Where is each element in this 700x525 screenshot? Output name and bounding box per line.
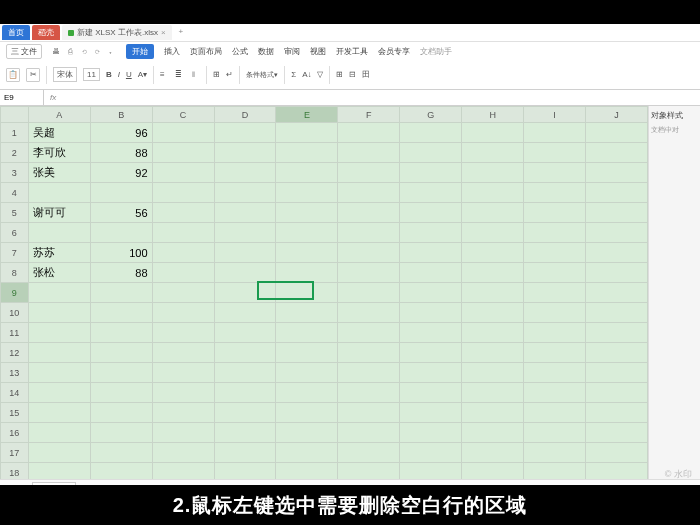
cell-A17[interactable] (28, 443, 90, 463)
cell-J11[interactable] (586, 323, 648, 343)
cell-J16[interactable] (586, 423, 648, 443)
cell-B15[interactable] (90, 403, 152, 423)
cell-B8[interactable]: 88 (90, 263, 152, 283)
cell-H9[interactable] (462, 283, 524, 303)
cell-F2[interactable] (338, 143, 400, 163)
row-header-15[interactable]: 15 (1, 403, 29, 423)
cell-I16[interactable] (524, 423, 586, 443)
cell-B1[interactable]: 96 (90, 123, 152, 143)
cell-A3[interactable]: 张美 (28, 163, 90, 183)
cell-E17[interactable] (276, 443, 338, 463)
row-header-10[interactable]: 10 (1, 303, 29, 323)
col-header-D[interactable]: D (214, 107, 276, 123)
cell-F1[interactable] (338, 123, 400, 143)
cell-E5[interactable] (276, 203, 338, 223)
row-header-11[interactable]: 11 (1, 323, 29, 343)
cell-C8[interactable] (152, 263, 214, 283)
cell-I6[interactable] (524, 223, 586, 243)
cell-H7[interactable] (462, 243, 524, 263)
cell-C4[interactable] (152, 183, 214, 203)
row-header-1[interactable]: 1 (1, 123, 29, 143)
cell-D3[interactable] (214, 163, 276, 183)
cell-I14[interactable] (524, 383, 586, 403)
col-header-B[interactable]: B (90, 107, 152, 123)
cell-H15[interactable] (462, 403, 524, 423)
cell-J5[interactable] (586, 203, 648, 223)
cell-A11[interactable] (28, 323, 90, 343)
menu-layout[interactable]: 页面布局 (190, 46, 222, 57)
cell-D11[interactable] (214, 323, 276, 343)
cell-A7[interactable]: 苏苏 (28, 243, 90, 263)
cell-A4[interactable] (28, 183, 90, 203)
cell-J7[interactable] (586, 243, 648, 263)
cell-G12[interactable] (400, 343, 462, 363)
cell-J4[interactable] (586, 183, 648, 203)
cell-J1[interactable] (586, 123, 648, 143)
cell-G13[interactable] (400, 363, 462, 383)
cell-J14[interactable] (586, 383, 648, 403)
cell-J12[interactable] (586, 343, 648, 363)
cell-A15[interactable] (28, 403, 90, 423)
cell-F11[interactable] (338, 323, 400, 343)
cell-G3[interactable] (400, 163, 462, 183)
cell-B12[interactable] (90, 343, 152, 363)
cell-C18[interactable] (152, 463, 214, 480)
cell-I10[interactable] (524, 303, 586, 323)
cell-I5[interactable] (524, 203, 586, 223)
cell-F7[interactable] (338, 243, 400, 263)
row-header-8[interactable]: 8 (1, 263, 29, 283)
cell-D6[interactable] (214, 223, 276, 243)
row-header-5[interactable]: 5 (1, 203, 29, 223)
cut-icon[interactable]: ✂ (26, 68, 40, 82)
cell-C3[interactable] (152, 163, 214, 183)
cell-F5[interactable] (338, 203, 400, 223)
cell-H1[interactable] (462, 123, 524, 143)
cell-H16[interactable] (462, 423, 524, 443)
cell-A1[interactable]: 吴超 (28, 123, 90, 143)
cell-D9[interactable] (214, 283, 276, 303)
cell-H14[interactable] (462, 383, 524, 403)
row-header-17[interactable]: 17 (1, 443, 29, 463)
cell-D1[interactable] (214, 123, 276, 143)
row-header-7[interactable]: 7 (1, 243, 29, 263)
new-tab-button[interactable]: + (174, 25, 189, 40)
col-header-A[interactable]: A (28, 107, 90, 123)
cell-D5[interactable] (214, 203, 276, 223)
cell-B10[interactable] (90, 303, 152, 323)
cell-D12[interactable] (214, 343, 276, 363)
row-header-12[interactable]: 12 (1, 343, 29, 363)
col-header-J[interactable]: J (586, 107, 648, 123)
cell-J17[interactable] (586, 443, 648, 463)
font-color-icon[interactable]: A▾ (138, 70, 147, 79)
col-header-C[interactable]: C (152, 107, 214, 123)
cell-F15[interactable] (338, 403, 400, 423)
side-panel[interactable]: 对象样式 文档中对 (648, 106, 700, 479)
menu-insert[interactable]: 插入 (164, 46, 180, 57)
col-header-E[interactable]: E (276, 107, 338, 123)
cell-E16[interactable] (276, 423, 338, 443)
cell-A18[interactable] (28, 463, 90, 480)
row-header-6[interactable]: 6 (1, 223, 29, 243)
cell-F6[interactable] (338, 223, 400, 243)
cell-C15[interactable] (152, 403, 214, 423)
row-header-16[interactable]: 16 (1, 423, 29, 443)
italic-button[interactable]: I (118, 70, 120, 79)
cell-H18[interactable] (462, 463, 524, 480)
cell-B13[interactable] (90, 363, 152, 383)
cell-F14[interactable] (338, 383, 400, 403)
cell-B9[interactable] (90, 283, 152, 303)
cell-D17[interactable] (214, 443, 276, 463)
insert-row-icon[interactable]: ⊞ (336, 70, 343, 79)
cell-A6[interactable] (28, 223, 90, 243)
cell-F12[interactable] (338, 343, 400, 363)
bold-button[interactable]: B (106, 70, 112, 79)
cell-D16[interactable] (214, 423, 276, 443)
conditional-format[interactable]: 条件格式▾ (246, 70, 278, 80)
cell-H10[interactable] (462, 303, 524, 323)
cell-I9[interactable] (524, 283, 586, 303)
cell-G9[interactable] (400, 283, 462, 303)
cell-F13[interactable] (338, 363, 400, 383)
cell-G14[interactable] (400, 383, 462, 403)
cell-D4[interactable] (214, 183, 276, 203)
cell-J9[interactable] (586, 283, 648, 303)
